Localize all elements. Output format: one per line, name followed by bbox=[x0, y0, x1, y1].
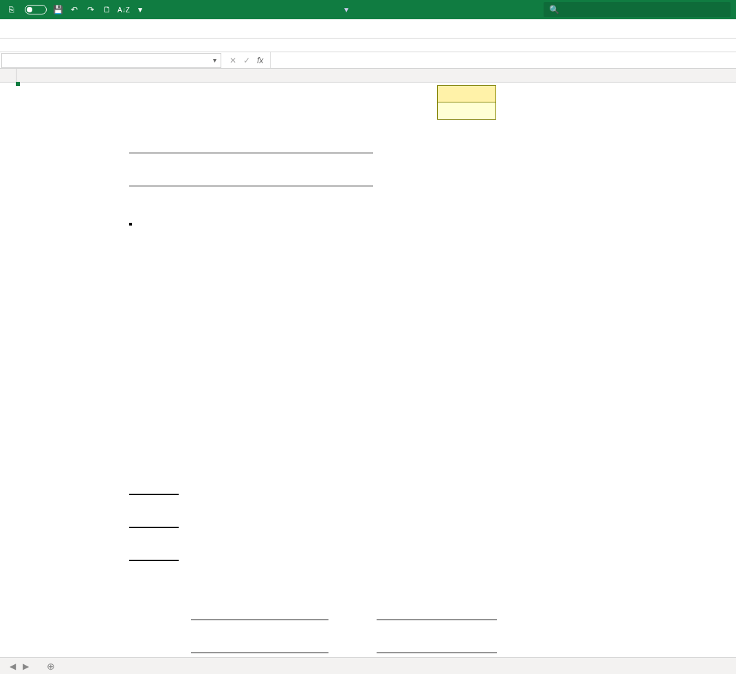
year-label bbox=[438, 86, 495, 102]
name-box[interactable]: ▾ bbox=[1, 53, 221, 68]
name-value[interactable] bbox=[129, 151, 373, 153]
formula-input[interactable] bbox=[271, 53, 736, 68]
tab-nav-next-icon[interactable]: ▶ bbox=[23, 661, 29, 671]
sort-icon[interactable]: A↓Z bbox=[118, 4, 129, 15]
redo-icon[interactable]: ↷ bbox=[85, 4, 96, 15]
employee-date-line[interactable] bbox=[377, 608, 497, 620]
year-box bbox=[437, 85, 496, 120]
department-value[interactable] bbox=[129, 184, 373, 186]
search-icon: 🔍 bbox=[549, 5, 559, 14]
summary-scheduled bbox=[129, 527, 187, 528]
worksheet-grid[interactable]: ◀ ▶ ⊕ bbox=[0, 69, 736, 674]
year-value[interactable] bbox=[438, 102, 495, 119]
cancel-formula-icon[interactable]: ✕ bbox=[230, 56, 236, 65]
enter-formula-icon[interactable]: ✓ bbox=[243, 56, 250, 65]
autosave-toggle[interactable] bbox=[22, 5, 47, 14]
supervisor-date-line[interactable] bbox=[377, 641, 497, 653]
cell-selection bbox=[16, 83, 19, 85]
window-title: ▾ bbox=[146, 5, 544, 14]
summary-variance bbox=[129, 560, 187, 561]
window-icon: ⎘ bbox=[5, 4, 16, 15]
undo-icon[interactable]: ↶ bbox=[69, 4, 80, 15]
new-file-icon[interactable]: 🗋 bbox=[102, 4, 113, 15]
tab-nav-prev-icon[interactable]: ◀ bbox=[10, 661, 16, 671]
title-bar: ⎘ 💾 ↶ ↷ 🗋 A↓Z ▾ ▾ 🔍 bbox=[0, 0, 736, 19]
ribbon-tabs bbox=[0, 19, 736, 39]
supervisor-signature-line[interactable] bbox=[191, 641, 328, 653]
fx-icon[interactable]: fx bbox=[257, 56, 263, 65]
formula-bar: ▾ ✕ ✓ fx bbox=[0, 52, 736, 69]
save-icon[interactable]: 💾 bbox=[52, 4, 63, 15]
summary-actual bbox=[129, 494, 187, 495]
search-input[interactable] bbox=[564, 5, 701, 15]
select-all-corner[interactable] bbox=[0, 69, 16, 82]
new-sheet-button[interactable]: ⊕ bbox=[38, 661, 63, 672]
hours-table bbox=[129, 223, 132, 226]
customize-qat-icon[interactable]: ▾ bbox=[135, 4, 146, 15]
employee-signature-line[interactable] bbox=[191, 608, 328, 620]
sheet-tab-bar: ◀ ▶ ⊕ bbox=[0, 657, 736, 674]
search-box[interactable]: 🔍 bbox=[544, 2, 731, 17]
